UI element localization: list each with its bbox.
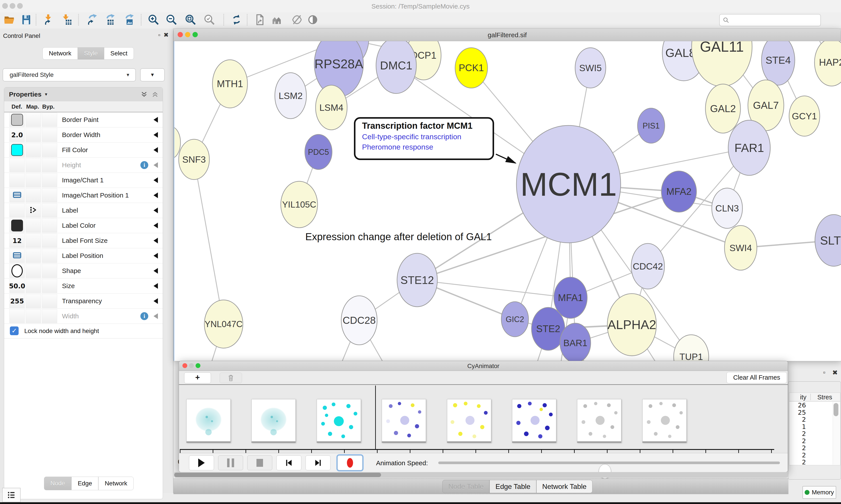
annotation-link[interactable]: Pheromone response <box>362 143 493 151</box>
frame-thumbnail-5[interactable] <box>447 399 491 443</box>
property-row[interactable]: Label Position <box>4 248 163 264</box>
mapping-cell[interactable] <box>25 294 41 308</box>
bypass-cell[interactable] <box>42 279 57 293</box>
cyanimator-titlebar[interactable]: CyAnimator <box>179 361 788 371</box>
column-divider[interactable] <box>810 394 811 400</box>
hide-graphics-icon[interactable] <box>291 14 303 26</box>
bypass-cell[interactable] <box>42 143 57 157</box>
mapping-cell[interactable] <box>25 188 41 202</box>
export-table-icon[interactable] <box>103 14 115 26</box>
tab-node-table[interactable]: Node Table <box>442 480 489 493</box>
mapping-cell[interactable] <box>25 143 41 157</box>
style-selector[interactable]: galFiltered Style ▼ <box>3 68 136 82</box>
table-cell[interactable]: 2 <box>789 444 806 451</box>
property-row[interactable]: Border Paint <box>4 112 163 127</box>
network-node-gcy1[interactable]: GCY1 <box>789 96 820 136</box>
stop-button[interactable] <box>247 455 272 470</box>
show-panels-button[interactable] <box>2 488 21 502</box>
frame-thumbnail-1[interactable] <box>186 399 231 443</box>
delete-frame-button[interactable] <box>220 373 242 383</box>
record-button[interactable] <box>338 455 362 470</box>
property-row[interactable]: Shape <box>4 264 163 278</box>
expand-row-icon[interactable] <box>154 283 158 289</box>
network-node-ste12[interactable]: STE12 <box>397 253 437 307</box>
tab-network[interactable]: Network <box>42 47 78 59</box>
table-cell[interactable]: 2 <box>789 451 806 459</box>
bypass-cell[interactable] <box>42 264 57 278</box>
network-node-ynl047c[interactable]: YNL047C <box>204 300 243 348</box>
default-value-cell[interactable]: 255 <box>10 294 25 308</box>
default-value-cell[interactable] <box>10 173 25 187</box>
bypass-cell[interactable] <box>42 158 57 172</box>
export-network-icon[interactable] <box>85 14 98 26</box>
network-node-bar1[interactable]: BAR1 <box>560 323 591 361</box>
search-network-icon[interactable] <box>271 14 283 26</box>
mapping-cell[interactable] <box>25 128 41 142</box>
tab-node[interactable]: Node <box>44 476 71 490</box>
network-node-gic2[interactable]: GIC2 <box>501 302 529 337</box>
mapping-cell[interactable] <box>25 173 41 187</box>
bypass-cell[interactable] <box>42 113 57 127</box>
bypass-cell[interactable] <box>42 173 57 187</box>
network-node-cdc42[interactable]: CDC42 <box>631 244 664 289</box>
expand-row-icon[interactable] <box>154 193 158 198</box>
scrollbar-thumb[interactable] <box>834 403 838 416</box>
property-row[interactable]: 50.0Size <box>4 278 163 293</box>
table-cell[interactable]: 1 <box>789 423 806 430</box>
bypass-cell[interactable] <box>42 294 57 308</box>
expand-row-icon[interactable] <box>154 177 158 183</box>
expand-row-icon[interactable] <box>154 147 158 153</box>
bypass-cell[interactable] <box>42 188 57 202</box>
network-window-titlebar[interactable]: galFiltered.sif <box>174 29 841 41</box>
property-row[interactable]: Image/Chart 1 <box>4 173 163 188</box>
network-node-slt2[interactable]: SLT2 <box>815 215 841 266</box>
bypass-cell[interactable] <box>42 249 57 263</box>
expand-row-icon[interactable] <box>154 298 158 304</box>
network-node-gal2[interactable]: GAL2 <box>705 84 740 133</box>
default-value-cell[interactable] <box>10 158 25 172</box>
default-value-cell[interactable] <box>10 113 25 127</box>
network-node-swi4[interactable]: SWI4 <box>724 226 757 270</box>
refresh-icon[interactable] <box>230 14 243 26</box>
network-canvas[interactable]: DCP1RPS28ADMC1PCK1MTH1SWI5LSM2LSM4GAL80G… <box>174 41 841 361</box>
network-node-pdc5[interactable]: PDC5 <box>305 134 332 169</box>
annotation-callout[interactable]: Transcription factor MCM1 Cell-type-spec… <box>354 117 494 160</box>
export-image-icon[interactable] <box>122 14 135 26</box>
network-node-mth1[interactable]: MTH1 <box>212 60 248 108</box>
expand-row-icon[interactable] <box>154 117 158 123</box>
mapping-cell[interactable] <box>25 158 41 172</box>
bypass-cell[interactable] <box>42 309 57 323</box>
default-value-cell[interactable] <box>10 309 25 323</box>
style-options-button[interactable]: ▼ <box>140 68 165 82</box>
zoom-selected-icon[interactable] <box>203 14 215 26</box>
expand-row-icon[interactable] <box>154 313 158 319</box>
default-value-cell[interactable]: 50.0 <box>10 279 25 293</box>
show-graphics-icon[interactable] <box>307 14 319 26</box>
table-scrollbar[interactable] <box>833 402 839 465</box>
search-field[interactable] <box>719 14 821 26</box>
skip-end-button[interactable] <box>305 455 330 470</box>
expand-row-icon[interactable] <box>154 268 158 274</box>
network-node-yil105c[interactable]: YIL105C <box>281 181 318 228</box>
default-value-cell[interactable] <box>10 143 25 157</box>
save-session-icon[interactable] <box>20 14 32 26</box>
skip-start-button[interactable] <box>276 455 301 470</box>
property-row[interactable]: Heighti <box>4 158 163 173</box>
frame-thumbnail-6[interactable] <box>512 399 556 443</box>
add-frame-button[interactable]: + <box>184 373 211 383</box>
float-panel-icon[interactable]: ▫ <box>158 32 160 38</box>
attribute-table[interactable]: ity Stres 26252122222 <box>789 393 840 465</box>
tab-edge-table[interactable]: Edge Table <box>489 480 536 493</box>
open-session-icon[interactable] <box>3 14 15 26</box>
expand-row-icon[interactable] <box>154 253 158 258</box>
search-input[interactable] <box>732 16 820 24</box>
annotation-link[interactable]: Cell-type-specific transcription <box>362 132 493 141</box>
property-row[interactable]: Label Color <box>4 218 163 233</box>
network-node-snf3[interactable]: SNF3 <box>179 139 209 180</box>
property-row[interactable]: Image/Chart Position 1 <box>4 188 163 203</box>
tab-style[interactable]: Style <box>78 47 104 59</box>
bypass-cell[interactable] <box>42 218 57 233</box>
zoom-in-icon[interactable] <box>147 14 160 26</box>
tab-select[interactable]: Select <box>104 47 134 59</box>
horizontal-scrollbar[interactable] <box>174 472 788 478</box>
